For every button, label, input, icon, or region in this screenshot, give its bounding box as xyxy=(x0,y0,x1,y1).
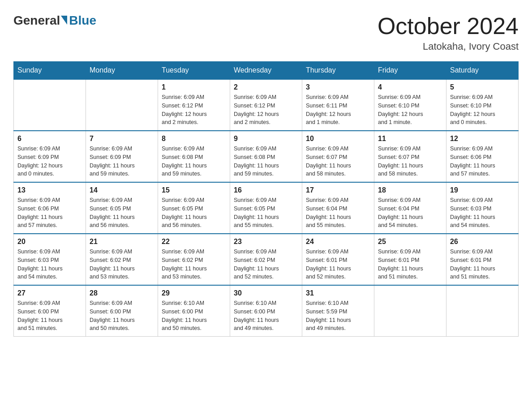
day-info: Sunrise: 6:09 AMSunset: 6:02 PMDaylight:… xyxy=(162,248,226,281)
calendar-day-header: Wednesday xyxy=(230,62,302,80)
day-number: 19 xyxy=(450,186,515,194)
calendar-cell xyxy=(446,285,519,337)
calendar-cell: 5Sunrise: 6:09 AMSunset: 6:10 PMDaylight… xyxy=(446,79,519,131)
day-info: Sunrise: 6:10 AMSunset: 6:00 PMDaylight:… xyxy=(162,299,226,333)
calendar-cell: 23Sunrise: 6:09 AMSunset: 6:02 PMDayligh… xyxy=(230,234,302,285)
calendar-cell xyxy=(86,79,158,131)
calendar-cell: 28Sunrise: 6:09 AMSunset: 6:00 PMDayligh… xyxy=(86,285,158,337)
day-info: Sunrise: 6:09 AMSunset: 6:04 PMDaylight:… xyxy=(306,196,370,230)
calendar-day-header: Thursday xyxy=(302,62,374,80)
day-info: Sunrise: 6:09 AMSunset: 6:03 PMDaylight:… xyxy=(17,248,82,281)
day-info: Sunrise: 6:09 AMSunset: 6:02 PMDaylight:… xyxy=(90,248,154,281)
day-info: Sunrise: 6:09 AMSunset: 6:02 PMDaylight:… xyxy=(234,248,298,281)
day-number: 2 xyxy=(234,83,298,91)
calendar-cell: 14Sunrise: 6:09 AMSunset: 6:05 PMDayligh… xyxy=(86,182,158,234)
calendar-cell xyxy=(374,285,446,337)
calendar-cell: 25Sunrise: 6:09 AMSunset: 6:01 PMDayligh… xyxy=(374,234,446,285)
calendar-cell xyxy=(14,79,86,131)
day-info: Sunrise: 6:09 AMSunset: 6:09 PMDaylight:… xyxy=(90,145,154,178)
day-number: 3 xyxy=(306,83,370,91)
calendar-week-row: 1Sunrise: 6:09 AMSunset: 6:12 PMDaylight… xyxy=(14,79,519,131)
calendar-week-row: 6Sunrise: 6:09 AMSunset: 6:09 PMDaylight… xyxy=(14,131,519,182)
calendar-table: SundayMondayTuesdayWednesdayThursdayFrid… xyxy=(13,61,519,337)
day-number: 11 xyxy=(378,135,442,143)
day-number: 5 xyxy=(450,83,515,91)
calendar-cell: 15Sunrise: 6:09 AMSunset: 6:05 PMDayligh… xyxy=(158,182,230,234)
day-number: 8 xyxy=(162,135,226,143)
day-number: 16 xyxy=(234,186,298,194)
calendar-day-header: Monday xyxy=(86,62,158,80)
day-info: Sunrise: 6:09 AMSunset: 6:09 PMDaylight:… xyxy=(17,145,82,178)
calendar-cell: 12Sunrise: 6:09 AMSunset: 6:06 PMDayligh… xyxy=(446,131,519,182)
day-info: Sunrise: 6:09 AMSunset: 6:05 PMDaylight:… xyxy=(162,196,226,230)
calendar-cell: 29Sunrise: 6:10 AMSunset: 6:00 PMDayligh… xyxy=(158,285,230,337)
day-info: Sunrise: 6:09 AMSunset: 6:08 PMDaylight:… xyxy=(234,145,298,178)
day-number: 26 xyxy=(450,238,515,246)
title-area: October 2024 Latokaha, Ivory Coast xyxy=(378,13,519,52)
calendar-day-header: Friday xyxy=(374,62,446,80)
logo: General Blue xyxy=(13,13,96,28)
calendar-cell: 16Sunrise: 6:09 AMSunset: 6:05 PMDayligh… xyxy=(230,182,302,234)
day-info: Sunrise: 6:09 AMSunset: 6:10 PMDaylight:… xyxy=(450,93,515,127)
day-number: 14 xyxy=(90,186,154,194)
calendar-cell: 6Sunrise: 6:09 AMSunset: 6:09 PMDaylight… xyxy=(14,131,86,182)
day-info: Sunrise: 6:09 AMSunset: 6:01 PMDaylight:… xyxy=(450,248,515,281)
calendar-cell: 27Sunrise: 6:09 AMSunset: 6:00 PMDayligh… xyxy=(14,285,86,337)
day-info: Sunrise: 6:09 AMSunset: 6:10 PMDaylight:… xyxy=(378,93,442,127)
day-info: Sunrise: 6:09 AMSunset: 6:06 PMDaylight:… xyxy=(450,145,515,178)
calendar-week-row: 20Sunrise: 6:09 AMSunset: 6:03 PMDayligh… xyxy=(14,234,519,285)
day-number: 10 xyxy=(306,135,370,143)
calendar-day-header: Sunday xyxy=(14,62,86,80)
day-number: 24 xyxy=(306,238,370,246)
calendar-week-row: 27Sunrise: 6:09 AMSunset: 6:00 PMDayligh… xyxy=(14,285,519,337)
calendar-cell: 3Sunrise: 6:09 AMSunset: 6:11 PMDaylight… xyxy=(302,79,374,131)
day-info: Sunrise: 6:09 AMSunset: 6:03 PMDaylight:… xyxy=(450,196,515,230)
calendar-cell: 26Sunrise: 6:09 AMSunset: 6:01 PMDayligh… xyxy=(446,234,519,285)
day-number: 9 xyxy=(234,135,298,143)
calendar-cell: 30Sunrise: 6:10 AMSunset: 6:00 PMDayligh… xyxy=(230,285,302,337)
day-number: 25 xyxy=(378,238,442,246)
day-info: Sunrise: 6:09 AMSunset: 6:05 PMDaylight:… xyxy=(90,196,154,230)
month-title: October 2024 xyxy=(378,13,519,39)
day-number: 20 xyxy=(17,238,82,246)
day-number: 12 xyxy=(450,135,515,143)
logo-triangle-icon xyxy=(61,16,67,25)
page-header: General Blue October 2024 Latokaha, Ivor… xyxy=(13,13,519,52)
calendar-week-row: 13Sunrise: 6:09 AMSunset: 6:06 PMDayligh… xyxy=(14,182,519,234)
calendar-cell: 2Sunrise: 6:09 AMSunset: 6:12 PMDaylight… xyxy=(230,79,302,131)
calendar-day-header: Saturday xyxy=(446,62,519,80)
day-info: Sunrise: 6:09 AMSunset: 6:06 PMDaylight:… xyxy=(17,196,82,230)
calendar-cell: 10Sunrise: 6:09 AMSunset: 6:07 PMDayligh… xyxy=(302,131,374,182)
day-number: 27 xyxy=(17,289,82,297)
day-number: 15 xyxy=(162,186,226,194)
day-number: 30 xyxy=(234,289,298,297)
day-info: Sunrise: 6:09 AMSunset: 6:07 PMDaylight:… xyxy=(306,145,370,178)
calendar-cell: 11Sunrise: 6:09 AMSunset: 6:07 PMDayligh… xyxy=(374,131,446,182)
calendar-cell: 18Sunrise: 6:09 AMSunset: 6:04 PMDayligh… xyxy=(374,182,446,234)
logo-blue-text: Blue xyxy=(69,13,96,28)
calendar-cell: 21Sunrise: 6:09 AMSunset: 6:02 PMDayligh… xyxy=(86,234,158,285)
day-number: 4 xyxy=(378,83,442,91)
day-number: 28 xyxy=(90,289,154,297)
day-info: Sunrise: 6:09 AMSunset: 6:07 PMDaylight:… xyxy=(378,145,442,178)
day-number: 13 xyxy=(17,186,82,194)
calendar-cell: 8Sunrise: 6:09 AMSunset: 6:08 PMDaylight… xyxy=(158,131,230,182)
calendar-cell: 7Sunrise: 6:09 AMSunset: 6:09 PMDaylight… xyxy=(86,131,158,182)
day-number: 31 xyxy=(306,289,370,297)
calendar-cell: 1Sunrise: 6:09 AMSunset: 6:12 PMDaylight… xyxy=(158,79,230,131)
day-info: Sunrise: 6:09 AMSunset: 6:12 PMDaylight:… xyxy=(234,93,298,127)
day-number: 22 xyxy=(162,238,226,246)
location-text: Latokaha, Ivory Coast xyxy=(378,41,519,52)
calendar-day-header: Tuesday xyxy=(158,62,230,80)
day-number: 7 xyxy=(90,135,154,143)
calendar-cell: 9Sunrise: 6:09 AMSunset: 6:08 PMDaylight… xyxy=(230,131,302,182)
calendar-cell: 20Sunrise: 6:09 AMSunset: 6:03 PMDayligh… xyxy=(14,234,86,285)
day-info: Sunrise: 6:10 AMSunset: 5:59 PMDaylight:… xyxy=(306,299,370,333)
day-number: 6 xyxy=(17,135,82,143)
day-info: Sunrise: 6:10 AMSunset: 6:00 PMDaylight:… xyxy=(234,299,298,333)
calendar-cell: 17Sunrise: 6:09 AMSunset: 6:04 PMDayligh… xyxy=(302,182,374,234)
day-info: Sunrise: 6:09 AMSunset: 6:08 PMDaylight:… xyxy=(162,145,226,178)
calendar-cell: 19Sunrise: 6:09 AMSunset: 6:03 PMDayligh… xyxy=(446,182,519,234)
day-number: 23 xyxy=(234,238,298,246)
day-info: Sunrise: 6:09 AMSunset: 6:04 PMDaylight:… xyxy=(378,196,442,230)
